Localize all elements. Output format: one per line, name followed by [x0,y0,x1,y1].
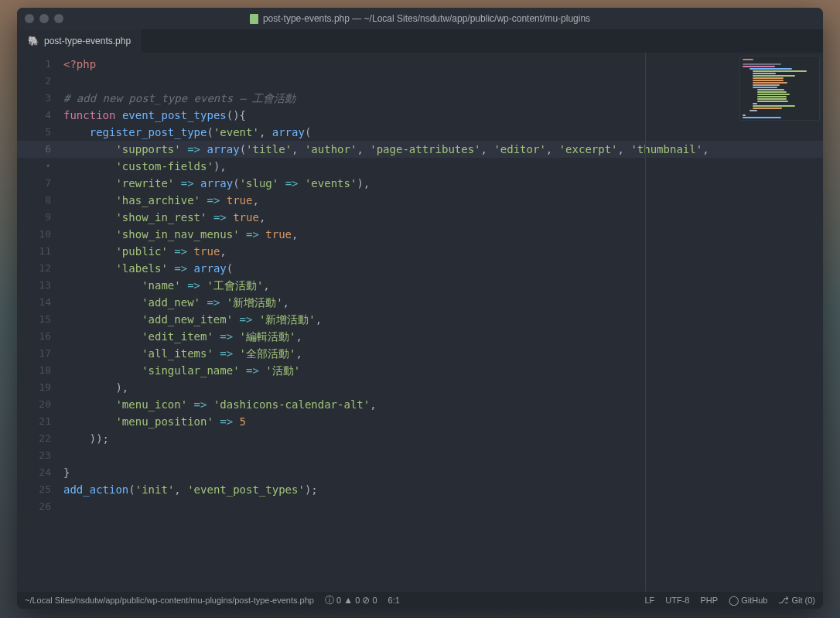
ln: 8 [17,192,63,209]
ln-fold: • [17,158,63,175]
github-icon: ◯ [729,595,739,606]
php-icon: 🐘 [28,36,39,46]
status-diagnostics[interactable]: ⓘ 0 ▲ 0 ⊘ 0 [325,594,377,607]
tabbar[interactable]: 🐘 post-type-events.php [17,29,823,53]
ln-current: 6 [17,141,63,158]
file-icon [250,14,258,24]
status-path[interactable]: ~/Local Sites/nsdutw/app/public/wp-conte… [25,596,314,605]
warning-icon: ▲ [343,595,353,606]
info-icon: ⓘ [325,595,334,606]
ln: 9 [17,209,63,226]
titlebar[interactable]: post-type-events.php — ~/Local Sites/nsd… [17,8,823,29]
ln: 20 [17,396,63,413]
ln: 7 [17,175,63,192]
ln: 4 [17,107,63,124]
ln: 15 [17,311,63,328]
ln: 10 [17,226,63,243]
ln: 26 [17,498,63,515]
ln: 25 [17,481,63,498]
desktop: post-type-events.php — ~/Local Sites/nsd… [0,0,840,618]
editor-body[interactable]: 1 2 3 4 5 6 • 7 8 9 10 11 12 13 14 15 16… [17,53,823,592]
ln: 18 [17,362,63,379]
ln: 14 [17,294,63,311]
ln: 2 [17,73,63,90]
ruler [645,53,646,592]
gutter: 1 2 3 4 5 6 • 7 8 9 10 11 12 13 14 15 16… [17,53,63,592]
ln: 12 [17,260,63,277]
title-text: post-type-events.php — ~/Local Sites/nsd… [263,13,590,24]
status-github[interactable]: ◯ GitHub [729,595,767,606]
ln: 19 [17,379,63,396]
git-branch-icon: ⎇ [778,595,789,606]
ln: 3 [17,90,63,107]
status-encoding[interactable]: UTF-8 [665,596,689,605]
status-git[interactable]: ⎇ Git (0) [778,595,815,606]
ln: 21 [17,413,63,430]
status-lf[interactable]: LF [644,596,654,605]
window-title: post-type-events.php — ~/Local Sites/nsd… [17,13,823,24]
ln: 1 [17,56,63,73]
status-cursor[interactable]: 6:1 [388,596,400,605]
ln: 24 [17,464,63,481]
minimap[interactable] [739,56,820,121]
ln: 17 [17,345,63,362]
statusbar: ~/Local Sites/nsdutw/app/public/wp-conte… [17,592,823,609]
tab-file[interactable]: 🐘 post-type-events.php [17,29,142,53]
editor-window: post-type-events.php — ~/Local Sites/nsd… [17,8,823,609]
error-icon: ⊘ [362,595,370,606]
ln: 22 [17,430,63,447]
code-area[interactable]: <?php # add new post_type events – 工會活動 … [63,53,823,592]
ln: 5 [17,124,63,141]
ln: 23 [17,447,63,464]
status-lang[interactable]: PHP [700,596,718,605]
ln: 13 [17,277,63,294]
ln: 16 [17,328,63,345]
tab-label: post-type-events.php [44,36,131,46]
ln: 11 [17,243,63,260]
